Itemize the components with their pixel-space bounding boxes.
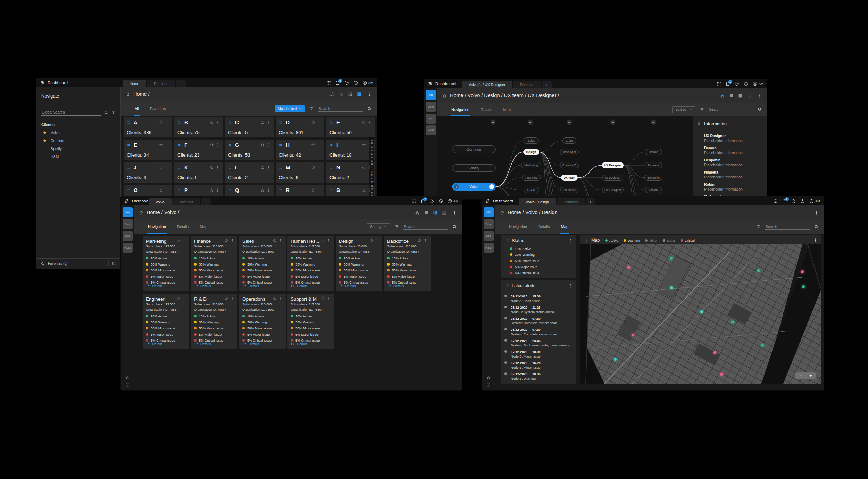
alert-item[interactable]: 07/12-202016.20Node B: Minor issue [511, 361, 573, 369]
map-node-dot[interactable] [713, 351, 716, 354]
favorite-star-icon[interactable] [260, 166, 265, 170]
tab-dominos[interactable]: Dominos [557, 198, 585, 205]
dense-grid-view-icon[interactable] [442, 210, 446, 215]
department-card-sales[interactable]: SalesSubscribers: 113.000Organisation ID… [239, 236, 286, 291]
home-icon[interactable] [139, 210, 143, 215]
more-options-icon[interactable] [368, 120, 372, 125]
index-letter-d[interactable]: D [371, 149, 373, 152]
more-options-icon[interactable] [568, 284, 573, 288]
notifications-icon[interactable]: 2 [726, 82, 730, 86]
filter-icon[interactable] [111, 110, 116, 115]
sort-dropdown[interactable]: Sort by [672, 106, 695, 113]
tab-navigation[interactable]: Navigation [148, 219, 166, 234]
home-icon[interactable] [442, 93, 447, 98]
search-icon[interactable] [104, 110, 108, 115]
favorite-star-icon[interactable] [362, 188, 366, 192]
alert-item[interactable]: 07/12-202018.00Node B: Major issue [511, 350, 573, 358]
rail-item-vol[interactable]: Vol [123, 207, 133, 217]
titlebar[interactable]: Dashboard HomeDominos+ 2AM [36, 78, 377, 87]
favorite-star-icon[interactable] [159, 166, 163, 170]
details-link[interactable]: Details [194, 284, 211, 288]
index-letter-h[interactable]: H [371, 163, 373, 166]
map-node-dot[interactable] [761, 344, 764, 347]
details-link[interactable]: Details [387, 284, 404, 288]
tab-map[interactable]: Map [561, 219, 568, 234]
collapse-panel-icon[interactable] [125, 383, 130, 387]
user-menu[interactable]: AM [362, 81, 373, 85]
more-options-icon[interactable] [814, 210, 819, 215]
department-card-operations[interactable]: OperationsSubscribers: 113.000Organisati… [239, 294, 286, 349]
map-node-dot[interactable] [627, 266, 630, 269]
performance-gauge-icon[interactable] [344, 81, 349, 85]
department-card-backoffice[interactable]: BackofficeSubscribers: 113.000Organisati… [384, 236, 431, 291]
favorite-star-icon[interactable] [159, 120, 163, 125]
index-letter-p[interactable]: P [371, 191, 373, 195]
details-link[interactable]: Details [194, 342, 211, 346]
history-icon[interactable] [744, 82, 748, 86]
drag-handle-icon[interactable] [697, 121, 701, 125]
details-link[interactable]: Details [291, 284, 308, 288]
favorite-star-icon[interactable] [260, 143, 265, 147]
tab-volvo-ux-designer[interactable]: Volvo /.. / UX Designer [462, 81, 512, 88]
details-link[interactable]: Details [146, 342, 163, 346]
details-link[interactable]: Details [242, 284, 259, 288]
history-icon[interactable] [353, 81, 358, 85]
collapse-branch-button[interactable]: − [491, 120, 496, 125]
more-options-icon[interactable] [266, 188, 270, 192]
tree-node-damon[interactable]: Damon [645, 149, 662, 155]
grid-view-icon[interactable] [738, 93, 743, 98]
client-letter-card[interactable]: DClients: 801 [276, 117, 324, 137]
history-icon[interactable] [800, 199, 805, 203]
dense-grid-view-icon[interactable] [357, 92, 361, 96]
tab-details[interactable]: Details [177, 219, 189, 234]
list-view-icon[interactable] [424, 210, 428, 215]
collapse-branch-button[interactable]: − [528, 120, 533, 125]
favorite-star-icon[interactable] [311, 143, 315, 147]
more-options-icon[interactable] [266, 166, 270, 170]
more-options-icon[interactable] [182, 296, 186, 301]
alphabet-index[interactable]: ABCDEFGHIJKLMNOPQ [369, 137, 374, 199]
index-letter-a[interactable]: A [371, 138, 373, 142]
search-icon[interactable] [814, 225, 819, 229]
performance-gauge-icon[interactable] [735, 82, 739, 86]
tab-new[interactable]: + [201, 198, 211, 205]
more-options-icon[interactable] [216, 120, 220, 125]
more-options-icon[interactable] [165, 120, 169, 125]
map-node-dot[interactable] [757, 269, 760, 272]
index-letter-f[interactable]: F [371, 156, 373, 159]
tree-node-spotify[interactable]: Spotify [452, 164, 496, 172]
favorite-star-icon[interactable] [321, 296, 325, 301]
tab-dominos[interactable]: Dominos [172, 198, 200, 205]
department-card-r-d[interactable]: R & DSubscribers: 113.000Organisation ID… [191, 294, 237, 349]
map-node-dot[interactable] [670, 286, 673, 289]
alert-item[interactable]: 08/12-202007.30System: Complete system s… [511, 317, 573, 325]
alert-item[interactable]: 08/12-202011.23Node C: System status cri… [511, 305, 573, 314]
apps-grid-icon[interactable] [773, 199, 778, 203]
more-options-icon[interactable] [317, 120, 321, 125]
tree-node-r-d[interactable]: R & D [524, 187, 539, 193]
tab-dominos[interactable]: Dominos [147, 80, 175, 87]
more-options-icon[interactable] [216, 188, 220, 192]
tree-node-developer[interactable]: Developer [560, 149, 579, 155]
map-node-dot[interactable] [670, 257, 673, 260]
index-letter-o[interactable]: O [371, 188, 373, 191]
tree-node-ux-team[interactable]: UX team [561, 175, 578, 181]
details-link[interactable]: Details [339, 284, 356, 288]
more-options-icon[interactable] [423, 238, 427, 243]
tree-node-ux-designer[interactable]: UX Designer [602, 187, 624, 193]
tree-node-ui-designer[interactable]: UI Designer [602, 175, 623, 181]
apps-grid-icon[interactable] [326, 81, 331, 85]
map-node-dot[interactable] [802, 285, 805, 288]
rail-item-dom[interactable]: Dom [123, 219, 133, 229]
titlebar[interactable]: Dashboard VolvoDominos+ 2AM [121, 196, 462, 205]
sidebar-item-h-m[interactable]: H&M [41, 153, 116, 160]
favorite-star-icon[interactable] [417, 238, 422, 243]
client-letter-card[interactable]: KClients: 1 [174, 162, 223, 183]
favorite-star-icon[interactable] [273, 296, 277, 301]
tree-node-benjamin[interactable]: Benjamin [644, 175, 662, 181]
tree-view-icon[interactable] [415, 210, 419, 215]
tab-new[interactable]: + [586, 198, 595, 205]
titlebar[interactable]: Dashboard Volvo /.. / UX DesignerDominos… [424, 79, 767, 88]
favorite-star-icon[interactable] [210, 188, 214, 192]
tab-details[interactable]: Details [481, 103, 492, 116]
